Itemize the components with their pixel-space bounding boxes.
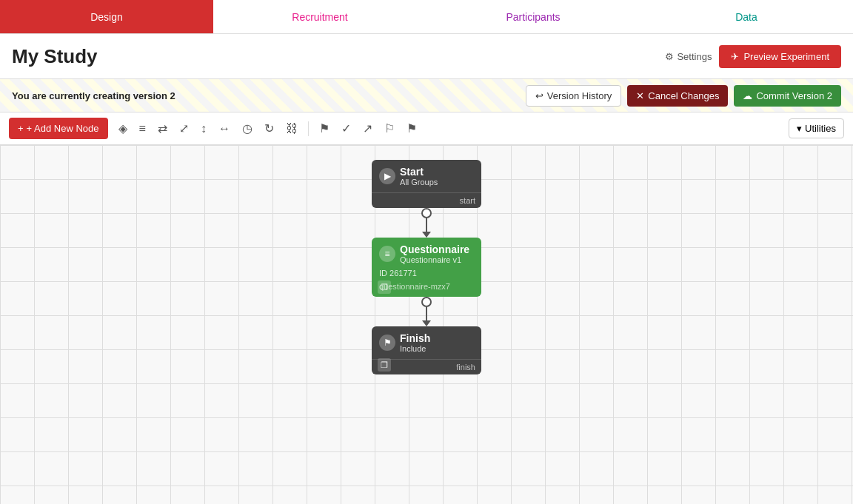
start-node-title: Start xyxy=(400,166,438,178)
utilities-label: Utilities xyxy=(805,123,836,134)
version-history-button[interactable]: ↩ Version History xyxy=(526,85,621,107)
start-node-icon: ▶ xyxy=(379,168,395,184)
connector-arrow-2 xyxy=(422,320,431,326)
link-icon: ⛓ xyxy=(286,122,298,135)
connector-arrow-1 xyxy=(422,232,431,238)
flag-end-tool-button[interactable]: ⚑ xyxy=(402,118,421,138)
commit-label: Commit Version 2 xyxy=(756,90,832,101)
nav-participants-label: Participants xyxy=(506,11,560,23)
share-icon: ⤢ xyxy=(179,121,189,135)
flag-outline-tool-button[interactable]: ⚑ xyxy=(315,118,334,138)
page-header: My Study ⚙ Settings ✈ Preview Experiment xyxy=(0,34,853,78)
settings-label: Settings xyxy=(677,51,712,62)
start-node-footer: start xyxy=(372,192,481,208)
version-history-label: Version History xyxy=(547,90,612,101)
check-icon: ✓ xyxy=(341,121,351,135)
chevron-down-icon: ▾ xyxy=(797,123,802,134)
finish-node-title: Finish xyxy=(400,332,430,344)
flag-end-icon: ⚑ xyxy=(407,121,417,135)
toolbar-separator xyxy=(308,121,309,136)
plus-icon: + xyxy=(18,123,24,134)
start-node-subtitle: All Groups xyxy=(400,178,438,187)
start-node[interactable]: ▶ Start All Groups start xyxy=(372,160,481,208)
cube-tool-button[interactable]: ◈ xyxy=(114,118,132,138)
gear-icon: ⚙ xyxy=(665,51,674,62)
flag-start-icon: ⚐ xyxy=(384,121,395,135)
link-tool-button[interactable]: ⛓ xyxy=(281,119,302,138)
finish-node[interactable]: ⚑ Finish Include finish ❐ xyxy=(372,326,481,374)
cube-icon: ◈ xyxy=(118,121,127,135)
flag-outline-icon: ⚑ xyxy=(319,121,330,135)
version-message: You are currently creating version 2 xyxy=(12,90,526,101)
finish-node-header: ⚑ Finish Include xyxy=(372,326,481,356)
finish-node-subtitle: Include xyxy=(400,344,430,353)
finish-node-info: Finish Include xyxy=(400,332,430,353)
connector-circle-2 xyxy=(421,297,432,307)
commit-version-button[interactable]: ☁ Commit Version 2 xyxy=(734,85,841,107)
preview-label: Preview Experiment xyxy=(743,51,829,62)
nav-data-label: Data xyxy=(735,11,757,23)
connector-1 xyxy=(421,208,432,238)
questionnaire-node-info: Questionnaire Questionnaire v1 xyxy=(400,243,469,264)
share-tool-button[interactable]: ⤢ xyxy=(175,118,193,138)
connector-line-1 xyxy=(426,218,427,232)
history-icon: ↩ xyxy=(535,90,543,101)
refresh-icon: ↻ xyxy=(264,121,274,135)
cloud-icon: ☁ xyxy=(743,90,752,101)
nav-recruitment-label: Recruitment xyxy=(292,11,347,23)
flow-canvas[interactable]: ▶ Start All Groups start ≡ Questi xyxy=(0,145,853,504)
flow-diagram: ▶ Start All Groups start ≡ Questi xyxy=(372,160,481,374)
start-node-header: ▶ Start All Groups xyxy=(372,160,481,189)
questionnaire-node-header: ≡ Questionnaire Questionnaire v1 xyxy=(372,238,481,267)
cancel-changes-button[interactable]: ✕ Cancel Changes xyxy=(627,85,728,107)
resize-icon: ↔ xyxy=(218,122,230,135)
sort-icon: ↕ xyxy=(201,122,207,135)
settings-link[interactable]: ⚙ Settings xyxy=(665,51,712,62)
refresh-tool-button[interactable]: ↻ xyxy=(260,118,278,138)
x-icon: ✕ xyxy=(636,90,644,101)
version-banner: You are currently creating version 2 ↩ V… xyxy=(0,78,853,112)
nav-design-label: Design xyxy=(90,11,123,23)
add-node-label: + Add New Node xyxy=(27,123,99,134)
list-tool-button[interactable]: ≡ xyxy=(135,119,150,138)
connector-line-2 xyxy=(426,307,427,320)
toolbar: + + Add New Node ◈ ≡ ⇄ ⤢ ↕ ↔ ◷ ↻ ⛓ ⚑ ✓ ↗… xyxy=(0,112,853,145)
questionnaire-node-slug: questionnaire-mzx7 xyxy=(379,280,474,294)
finish-copy-icon[interactable]: ❐ xyxy=(378,358,391,372)
shuffle-icon: ⇄ xyxy=(158,121,167,135)
header-actions: ⚙ Settings ✈ Preview Experiment xyxy=(665,45,841,68)
plane-icon: ✈ xyxy=(731,51,739,62)
connector-2 xyxy=(421,297,432,326)
nav-participants[interactable]: Participants xyxy=(426,0,640,33)
export-icon: ↗ xyxy=(363,121,372,135)
page-title: My Study xyxy=(12,45,665,68)
export-tool-button[interactable]: ↗ xyxy=(358,118,377,138)
questionnaire-node-title: Questionnaire xyxy=(400,243,469,255)
flag-start-tool-button[interactable]: ⚐ xyxy=(380,118,399,138)
start-node-info: Start All Groups xyxy=(400,166,438,187)
nav-recruitment[interactable]: Recruitment xyxy=(213,0,426,33)
resize-tool-button[interactable]: ↔ xyxy=(214,119,235,138)
check-tool-button[interactable]: ✓ xyxy=(337,118,355,138)
sort-tool-button[interactable]: ↕ xyxy=(196,119,211,138)
utilities-button[interactable]: ▾ Utilities xyxy=(789,118,844,138)
top-navigation: Design Recruitment Participants Data xyxy=(0,0,853,34)
cancel-changes-label: Cancel Changes xyxy=(648,90,719,101)
nav-data[interactable]: Data xyxy=(640,0,853,33)
questionnaire-copy-icon[interactable]: ❐ xyxy=(378,280,391,294)
questionnaire-node-id: ID 261771 xyxy=(379,269,474,278)
questionnaire-node-icon: ≡ xyxy=(379,246,395,262)
list-icon: ≡ xyxy=(139,122,146,135)
clock-icon: ◷ xyxy=(242,121,252,135)
questionnaire-node[interactable]: ≡ Questionnaire Questionnaire v1 ID 2617… xyxy=(372,238,481,297)
connector-circle-1 xyxy=(421,208,432,218)
finish-node-icon: ⚑ xyxy=(379,335,395,351)
clock-tool-button[interactable]: ◷ xyxy=(238,118,257,138)
add-new-node-button[interactable]: + + Add New Node xyxy=(9,118,108,139)
questionnaire-node-subtitle: Questionnaire v1 xyxy=(400,255,469,264)
banner-actions: ↩ Version History ✕ Cancel Changes ☁ Com… xyxy=(526,85,841,107)
shuffle-tool-button[interactable]: ⇄ xyxy=(153,118,172,138)
preview-experiment-button[interactable]: ✈ Preview Experiment xyxy=(719,45,841,68)
nav-design[interactable]: Design xyxy=(0,0,213,33)
